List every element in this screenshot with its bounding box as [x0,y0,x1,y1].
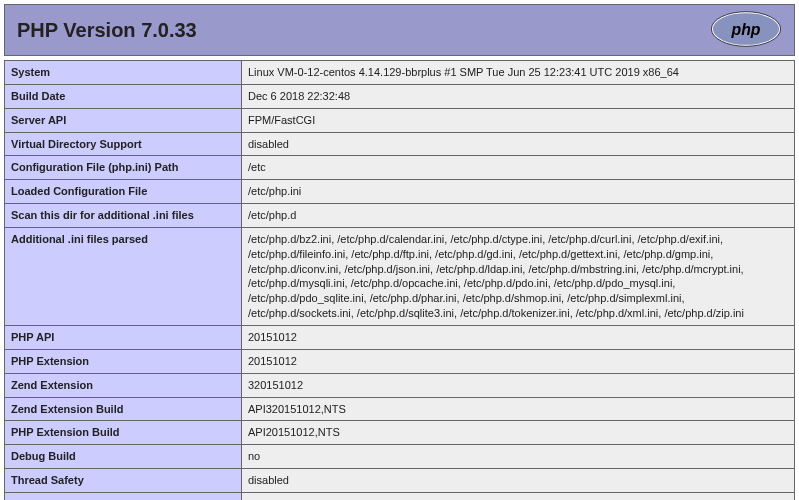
row-value: 20151012 [242,349,795,373]
row-key: Additional .ini files parsed [5,227,242,325]
table-row: PHP API20151012 [5,325,795,349]
row-key: Configuration File (php.ini) Path [5,156,242,180]
row-value: API320151012,NTS [242,397,795,421]
table-row: Loaded Configuration File/etc/php.ini [5,180,795,204]
row-value: 20151012 [242,325,795,349]
row-key: Build Date [5,84,242,108]
row-value: 320151012 [242,373,795,397]
page-title: PHP Version 7.0.33 [17,19,197,42]
row-key: Scan this dir for additional .ini files [5,204,242,228]
table-row: Zend Extension BuildAPI320151012,NTS [5,397,795,421]
row-value: API20151012,NTS [242,421,795,445]
table-row: Virtual Directory Supportdisabled [5,132,795,156]
row-key: Zend Signal Handling [5,492,242,500]
row-key: Virtual Directory Support [5,132,242,156]
table-row: PHP Extension20151012 [5,349,795,373]
table-row: Build DateDec 6 2018 22:32:48 [5,84,795,108]
table-row: Zend Extension320151012 [5,373,795,397]
table-row: Thread Safetydisabled [5,469,795,493]
phpinfo-header: PHP Version 7.0.33 php [4,4,795,56]
table-row: Debug Buildno [5,445,795,469]
table-row: Server APIFPM/FastCGI [5,108,795,132]
row-key: Zend Extension Build [5,397,242,421]
row-key: PHP API [5,325,242,349]
row-value: no [242,445,795,469]
row-value: FPM/FastCGI [242,108,795,132]
row-key: Loaded Configuration File [5,180,242,204]
table-row: Scan this dir for additional .ini files/… [5,204,795,228]
row-value: Dec 6 2018 22:32:48 [242,84,795,108]
row-key: Debug Build [5,445,242,469]
row-value: disabled [242,492,795,500]
row-value: Linux VM-0-12-centos 4.14.129-bbrplus #1… [242,61,795,85]
row-key: Zend Extension [5,373,242,397]
table-row: PHP Extension BuildAPI20151012,NTS [5,421,795,445]
row-value: /etc/php.ini [242,180,795,204]
table-row: Additional .ini files parsed/etc/php.d/b… [5,227,795,325]
row-key: Thread Safety [5,469,242,493]
row-key: PHP Extension Build [5,421,242,445]
row-value: disabled [242,132,795,156]
row-value: disabled [242,469,795,493]
svg-text:php: php [730,21,760,38]
row-key: PHP Extension [5,349,242,373]
row-value: /etc/php.d [242,204,795,228]
table-row: Configuration File (php.ini) Path/etc [5,156,795,180]
row-key: Server API [5,108,242,132]
row-key: System [5,61,242,85]
table-row: Zend Signal Handlingdisabled [5,492,795,500]
row-value: /etc/php.d/bz2.ini, /etc/php.d/calendar.… [242,227,795,325]
phpinfo-table: SystemLinux VM-0-12-centos 4.14.129-bbrp… [4,60,795,500]
php-logo-icon: php [710,10,782,50]
row-value: /etc [242,156,795,180]
table-row: SystemLinux VM-0-12-centos 4.14.129-bbrp… [5,61,795,85]
